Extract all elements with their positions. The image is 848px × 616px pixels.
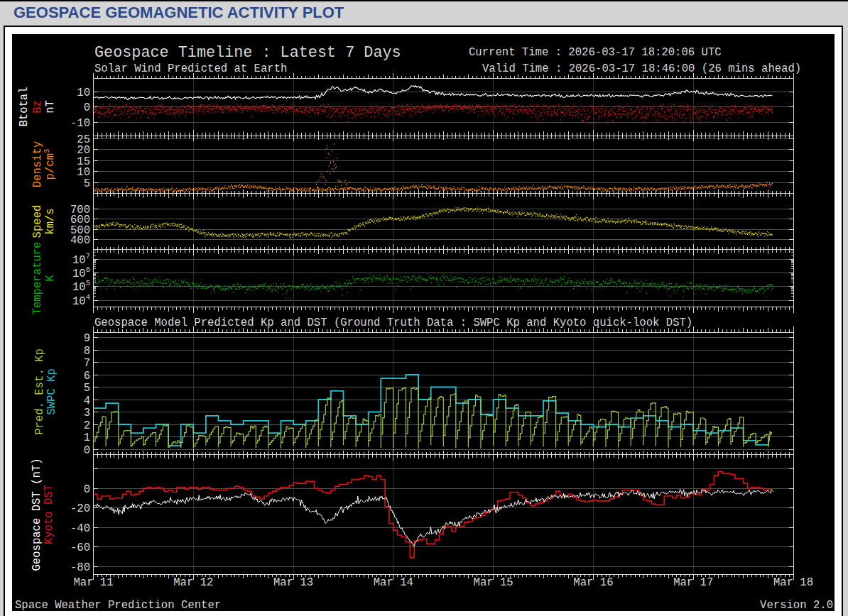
- svg-text:400: 400: [70, 234, 90, 247]
- svg-text:1: 1: [84, 431, 90, 444]
- svg-text:SWPC Kp: SWPC Kp: [45, 368, 58, 415]
- svg-text:7: 7: [84, 357, 90, 370]
- svg-text:Bz: Bz: [31, 100, 44, 114]
- svg-text:-20: -20: [70, 502, 90, 515]
- svg-text:Speed: Speed: [31, 205, 44, 238]
- svg-text:5: 5: [84, 177, 90, 190]
- svg-text:Mar 13: Mar 13: [273, 576, 313, 589]
- svg-text:p/cm3: p/cm3: [43, 149, 57, 180]
- svg-text:K: K: [44, 275, 57, 282]
- svg-text:8: 8: [84, 345, 90, 358]
- svg-text:Mar 14: Mar 14: [374, 576, 413, 589]
- svg-text:Space Weather Prediction Cente: Space Weather Prediction Center: [15, 599, 221, 611]
- svg-text:Btotal: Btotal: [18, 87, 31, 126]
- svg-text:-60: -60: [70, 541, 90, 554]
- svg-text:Mar 12: Mar 12: [173, 576, 213, 589]
- svg-text:Pred. Est. Kp: Pred. Est. Kp: [33, 348, 46, 435]
- svg-text:Kyoto DST: Kyoto DST: [43, 485, 55, 544]
- svg-text:3: 3: [84, 407, 90, 419]
- svg-text:0: 0: [84, 444, 90, 457]
- svg-text:4: 4: [84, 395, 90, 407]
- svg-text:Mar 11: Mar 11: [73, 576, 113, 589]
- svg-text:Valid Time : 2026-03-17 18:46:: Valid Time : 2026-03-17 18:46:00 (26 min…: [482, 62, 801, 75]
- svg-text:-80: -80: [70, 561, 90, 574]
- svg-text:Density: Density: [31, 141, 44, 188]
- svg-text:10: 10: [77, 87, 90, 99]
- svg-text:Mar 15: Mar 15: [474, 576, 513, 589]
- svg-text:Geospace DST (nT): Geospace DST (nT): [31, 458, 43, 571]
- svg-text:-10: -10: [70, 117, 90, 130]
- svg-text:Geospace Model Predicted Kp an: Geospace Model Predicted Kp and DST (Gro…: [94, 317, 692, 329]
- svg-text:-40: -40: [70, 522, 90, 535]
- svg-text:nT: nT: [44, 100, 57, 114]
- svg-text:Geospace Timeline : Latest 7 D: Geospace Timeline : Latest 7 Days: [94, 44, 401, 62]
- svg-text:Version 2.0: Version 2.0: [760, 599, 833, 611]
- svg-text:5: 5: [84, 382, 90, 395]
- svg-text:0: 0: [84, 101, 90, 114]
- svg-text:Mar 18: Mar 18: [773, 576, 813, 589]
- svg-text:Mar 17: Mar 17: [673, 576, 713, 589]
- svg-text:km/s: km/s: [44, 208, 57, 234]
- svg-text:9: 9: [84, 332, 90, 345]
- svg-text:2: 2: [84, 419, 90, 432]
- svg-text:Temperature: Temperature: [31, 242, 44, 315]
- svg-text:Current Time : 2026-03-17 18:2: Current Time : 2026-03-17 18:20:06 UTC: [469, 46, 722, 59]
- svg-text:6: 6: [84, 370, 90, 383]
- svg-text:Mar 16: Mar 16: [573, 576, 613, 589]
- svg-text:0: 0: [84, 483, 90, 496]
- svg-text:Solar Wind Predicted at Earth: Solar Wind Predicted at Earth: [94, 62, 287, 75]
